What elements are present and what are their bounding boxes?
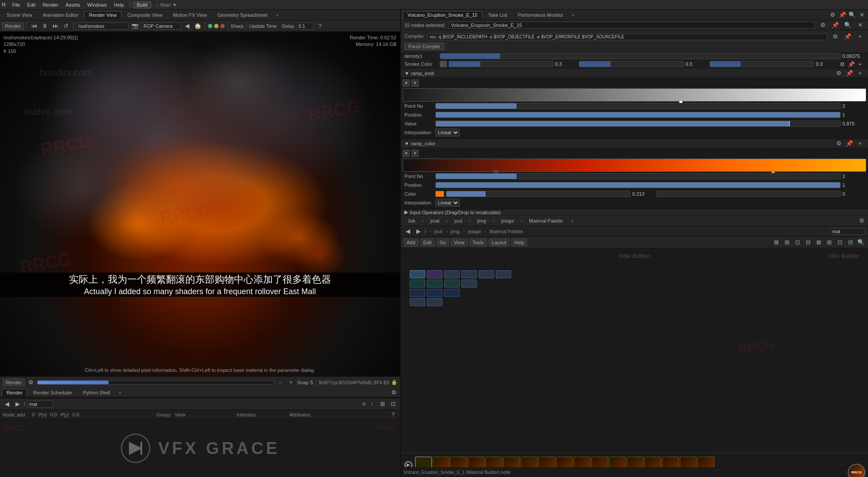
point-no-slider[interactable]	[435, 103, 841, 109]
color-r-slider[interactable]	[446, 191, 630, 197]
node-path-input[interactable]	[27, 401, 53, 408]
param-pin-icon[interactable]: 📌	[831, 21, 840, 30]
density-slider[interactable]	[440, 53, 841, 59]
menu-windows[interactable]: Windows	[84, 1, 110, 8]
color-point-no-slider[interactable]	[435, 173, 841, 179]
mini-node-4[interactable]	[461, 270, 477, 278]
tab-performance-monitor[interactable]: Performance Monitor	[513, 11, 568, 19]
breadcrumb-jout[interactable]: jout	[434, 229, 442, 234]
help-icon[interactable]: ?	[316, 22, 325, 30]
color-g-slider[interactable]	[656, 191, 841, 197]
prev-cam-icon[interactable]: ◀	[183, 22, 192, 30]
ramp-color-header[interactable]: ▼ ramp_color ⚙ 📌 +	[401, 139, 868, 148]
color-interp-select[interactable]: Linear	[435, 199, 460, 207]
param-settings-icon[interactable]: ⚙	[819, 21, 827, 30]
ramp-emit-header[interactable]: ▼ ramp_emit ⚙ 📌 +	[401, 69, 868, 78]
tab-composite-view[interactable]: Composite View	[122, 11, 167, 19]
tab-motion-fx[interactable]: Motion FX View	[168, 11, 212, 19]
param-close-icon[interactable]: ✕	[856, 21, 864, 30]
compiler-add-icon[interactable]: +	[856, 32, 864, 41]
breadcrumb-mat-palette[interactable]: Material Palette	[489, 229, 523, 234]
play-icon[interactable]: ⏸	[40, 22, 49, 30]
node-expand-icon[interactable]: ⊡	[389, 400, 397, 409]
ng-path-input[interactable]	[830, 228, 865, 235]
emit-interp-select[interactable]: Linear	[435, 129, 460, 136]
right-search-icon[interactable]: 🔍	[848, 11, 857, 19]
tab-jout[interactable]: jout	[449, 217, 467, 225]
tab-job[interactable]: Job	[403, 217, 420, 225]
smoke-color-swatch[interactable]	[440, 61, 447, 67]
tab-material-palette[interactable]: Material Palette	[524, 217, 567, 225]
input-operators-header[interactable]: ▶ Input Operators (Drag/Drop to recalcul…	[401, 209, 868, 216]
tab-jstage[interactable]: jstage	[496, 217, 519, 225]
prev-frame-icon[interactable]: ⏮	[30, 22, 38, 30]
tab-geometry-spreadsheet[interactable]: Geometry Spreadsheet	[213, 11, 273, 19]
ng-search-btn[interactable]: 🔍	[857, 238, 865, 247]
breadcrumb-job[interactable]: /	[425, 229, 426, 234]
compiler-value-input[interactable]	[427, 34, 827, 40]
ng-back-icon[interactable]: ◀	[404, 227, 412, 236]
tab-render-scheduler[interactable]: Render Scheduler	[28, 389, 77, 397]
compiler-pin-icon[interactable]: 📌	[843, 32, 852, 41]
render-btn[interactable]: Render	[2, 22, 24, 30]
ramp-emit-gradient[interactable]	[403, 88, 866, 102]
ng-tools-btn[interactable]: Tools	[469, 238, 487, 246]
ng-tool-1[interactable]: ⊠	[772, 238, 781, 247]
ng-tool-3[interactable]: ⊡	[793, 238, 802, 247]
node-graph-content[interactable]: Indie Edition VEX Builder	[401, 248, 868, 477]
tab-add-button[interactable]: +	[273, 11, 281, 19]
breadcrumb-jimg[interactable]: jimg	[451, 229, 460, 234]
mini-node-1[interactable]	[410, 270, 425, 278]
range-plus-icon[interactable]: +	[287, 378, 295, 387]
refresh-icon[interactable]: ↺	[61, 22, 70, 30]
tab-render-view[interactable]: Render View	[84, 11, 122, 19]
mini-node-11[interactable]	[410, 289, 425, 297]
node-up-icon[interactable]: ↑	[367, 400, 376, 409]
ramp-emit-prev-btn[interactable]: ×	[403, 80, 410, 87]
tab-jimg[interactable]: jimg	[472, 217, 491, 225]
ng-edit-btn[interactable]: Edit	[420, 238, 435, 246]
mini-node-14[interactable]	[410, 298, 425, 306]
smoke-g-slider[interactable]	[579, 61, 683, 67]
smoke-b-slider[interactable]	[709, 61, 814, 67]
tab-render[interactable]: Render	[2, 389, 27, 397]
delay-input[interactable]	[296, 23, 314, 30]
frame-range-slider[interactable]	[37, 380, 274, 385]
tab-python-shell[interactable]: Python Shell	[78, 389, 115, 397]
ng-tool-8[interactable]: ⊟	[846, 238, 855, 247]
force-compile-button[interactable]: Force Compile	[404, 43, 444, 50]
ng-tab-add[interactable]: +	[569, 217, 577, 224]
ramp-color-add-btn[interactable]: +	[856, 139, 864, 148]
mini-node-6[interactable]	[496, 270, 511, 278]
smoke-color-pin[interactable]: 📌	[847, 60, 856, 68]
reset-cam-icon[interactable]: 🏠	[193, 22, 202, 30]
ramp-color-gradient[interactable]	[403, 159, 866, 172]
menu-file[interactable]: File	[9, 1, 23, 8]
menu-render[interactable]: Render	[39, 1, 61, 8]
breadcrumb-jstage[interactable]: jstage	[468, 229, 481, 234]
lock-icon[interactable]: 🔒	[391, 379, 397, 385]
mini-node-9[interactable]	[444, 280, 460, 288]
node-grid-icon[interactable]: ⊞	[378, 400, 387, 409]
ng-tool-5[interactable]: ⊠	[814, 238, 823, 247]
ng-tool-6[interactable]: ⊞	[825, 238, 834, 247]
menu-assets[interactable]: Assets	[62, 1, 83, 8]
active-render-btn[interactable]: Render	[3, 379, 25, 386]
tab-take-list[interactable]: Take List	[483, 11, 512, 19]
smoke-r-slider[interactable]	[449, 61, 553, 67]
output-path-input[interactable]	[76, 23, 129, 30]
color-position-slider[interactable]	[435, 182, 841, 188]
ramp-emit-settings[interactable]: ⚙	[834, 69, 843, 78]
mini-node-10[interactable]	[461, 280, 477, 288]
emit-value-slider[interactable]	[435, 121, 841, 127]
ng-go-btn[interactable]: Go	[437, 238, 449, 246]
tab-scene-view[interactable]: Scene View	[2, 11, 37, 19]
right-pin-icon[interactable]: 📌	[838, 11, 847, 19]
ramp-color-prev-btn[interactable]: ×	[403, 150, 410, 157]
camera-input[interactable]	[141, 23, 181, 30]
smoke-color-add[interactable]: +	[856, 60, 864, 68]
build-button[interactable]: Build	[133, 1, 151, 8]
ng-tool-7[interactable]: ⊡	[835, 238, 844, 247]
ng-fwd-icon[interactable]: ▶	[414, 227, 423, 236]
ng-view-btn[interactable]: View	[451, 238, 468, 246]
